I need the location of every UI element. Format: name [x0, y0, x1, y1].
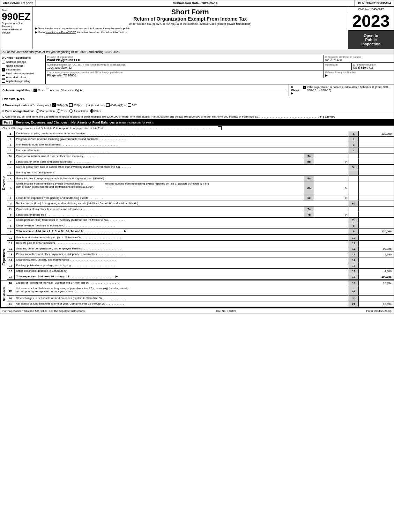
table-row: b Less: cost of goods sold . . . . . . .… — [7, 212, 394, 218]
short-form-title: Short Form — [35, 8, 345, 16]
instruction-1: ▶ Do not enter social security numbers o… — [35, 27, 345, 30]
table-row: 16 Other expenses (describe in Schedule … — [7, 269, 394, 274]
gross-receipts-section: L Add lines 5b, 6c, and 7b to line 9 to … — [0, 114, 394, 120]
table-row: 14 Occupancy, rent, utilities, and maint… — [7, 257, 394, 263]
table-row: 1 Contributions, gifts, grants, and simi… — [7, 131, 394, 137]
org-name-label: C Name of organization — [47, 56, 322, 58]
year-box: 2023 — [348, 12, 394, 31]
submission-date: Submission Date - 2024-05-14 — [36, 0, 355, 6]
dept-line2: Treasury — [2, 25, 31, 28]
amended-return-check[interactable]: Amended return — [2, 75, 44, 79]
phone-value: (318) 519-7713 — [353, 66, 392, 69]
ein-label: D Employer identification number — [325, 56, 392, 58]
table-row: 4 Investment income . . . . . . . . . . … — [7, 148, 394, 153]
table-row: 21 Net assets or fund balances at end of… — [7, 301, 394, 307]
website-section: I Website: ▶N/A — [0, 96, 394, 102]
instruction-2: ▶ Go to www.irs.gov/Form990EZ for instru… — [35, 31, 345, 34]
revenue-side-label: Revenue — [0, 131, 7, 234]
footer: For Paperwork Reduction Act Notice, see … — [0, 308, 394, 314]
table-row: c Gain or (loss) from sale of assets oth… — [7, 165, 394, 170]
table-row: 12 Salaries, other compensation, and emp… — [7, 246, 394, 252]
table-row: 3 Membership dues and assessments . . . … — [7, 142, 394, 148]
form-subtitle: Under section 501(c), 527, or 4947(a)(1)… — [35, 22, 345, 25]
table-row: a Gross income from gaming (attach Sched… — [7, 176, 394, 181]
table-row: 15 Printing, publications, postage, and … — [7, 263, 394, 269]
open-to-inspection: Open to Public Inspection — [348, 31, 394, 49]
address-value: 1204 Woodlawn Dr — [47, 66, 322, 69]
check-applicable-label: B Check if applicable: — [2, 56, 44, 59]
section-a: A For the 2023 calendar year, or tax yea… — [0, 49, 394, 55]
table-row: 17 Total expenses. Add lines 10 through … — [7, 274, 394, 280]
table-row: 18 Excess or (deficit) for the year (Sub… — [7, 280, 394, 286]
table-row: 8 Other revenue (describe in Schedule O)… — [7, 223, 394, 229]
h-check-section: H Check ▶ ✓ if the organization is not r… — [289, 84, 394, 96]
table-row: 5a Gross amount from sale of assets othe… — [7, 153, 394, 159]
table-row: c Gross profit or (loss) from sales of i… — [7, 218, 394, 223]
phone-label: E Telephone number — [353, 63, 392, 66]
group-label: F Group Exemption Number — [325, 71, 392, 74]
table-row: c Less: direct expenses from gaming and … — [7, 195, 394, 201]
accounting-section: G Accounting Method: ✓ Cash Accrual Othe… — [0, 84, 289, 96]
dept-line3: Internal Revenue — [2, 28, 31, 31]
address-change-check[interactable]: Address change — [2, 60, 44, 63]
table-row: 13 Professional fees and other payments … — [7, 252, 394, 257]
net-assets-side-label: Net Assets — [0, 280, 7, 307]
form-number: 990EZ — [2, 12, 31, 22]
dln: DLN: 93492135035454 — [355, 0, 394, 6]
part1-check-row: Check if the organization used Schedule … — [0, 126, 394, 131]
group-value: ▶ — [325, 74, 392, 77]
table-row: 6 Gaming and fundraising events — [7, 170, 394, 176]
city-label: City or town, state or province, country… — [47, 71, 322, 74]
form-of-org-section: K Form of organization: Corporation Trus… — [0, 108, 394, 114]
omb-number: OMB No. 1545-0047 — [348, 7, 394, 12]
tax-exempt-section: J Tax-exempt status (check only one) ✓ 5… — [0, 102, 394, 108]
dept-line4: Service — [2, 31, 31, 34]
table-row: 2 Program service revenue including gove… — [7, 137, 394, 142]
part1-header: Part I Revenue, Expenses, and Changes in… — [0, 120, 394, 126]
final-return-check[interactable]: Final return/terminated — [2, 72, 44, 75]
initial-return-check[interactable]: ✓ Initial return — [2, 68, 44, 71]
main-title: Return of Organization Exempt From Incom… — [35, 16, 345, 22]
table-row: 9 Total revenue. Add lines 1, 2, 3, 4, 5… — [7, 229, 394, 234]
table-row: 10 Grants and similar amounts paid (list… — [7, 235, 394, 241]
table-row: 20 Other changes in net assets or fund b… — [7, 296, 394, 301]
dept-line1: Department of the — [2, 22, 31, 25]
org-name-value: Word Playground LLC — [47, 58, 322, 62]
address-label: Number and street (or P. O. box, if mail… — [47, 63, 322, 66]
efile-label: efile GRAPHIC print — [0, 0, 36, 6]
name-change-check[interactable]: Name change — [2, 64, 44, 67]
table-row: 7a Gross sales of inventory, less return… — [7, 207, 394, 212]
table-row: 11 Benefits paid to or for members . . .… — [7, 241, 394, 246]
expenses-side-label: Expenses — [0, 235, 7, 280]
room-label: Room/suite — [325, 63, 350, 66]
application-pending-check[interactable]: Application pending — [2, 79, 44, 83]
table-row: b Less: cost or other basis and sales ex… — [7, 159, 394, 165]
table-row: d Net income or (loss) from gaming and f… — [7, 201, 394, 207]
table-row: b Gross income from fundraising events (… — [7, 181, 394, 195]
ein-value: 92-2571430 — [325, 58, 392, 62]
table-row: 19 Net assets or fund balances at beginn… — [7, 286, 394, 296]
city-value: Pflugerville, TX 78660 — [47, 74, 322, 77]
